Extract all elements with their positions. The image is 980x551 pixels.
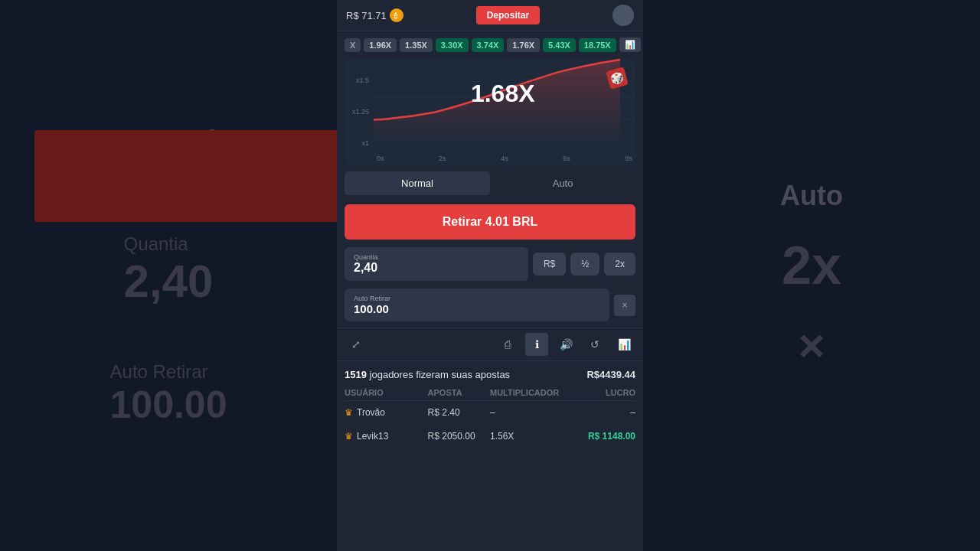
- crown-icon-1: ♛: [345, 407, 353, 418]
- players-total: R$4439.44: [586, 369, 635, 380]
- x-label-8: 8s: [625, 155, 632, 162]
- x-label-0: 0s: [377, 155, 384, 162]
- chips-row: X 1.96X 1.35X 3.30X 3.74X 1.76X 5.43X 18…: [337, 31, 643, 58]
- y-label-2: x1.25: [346, 108, 372, 116]
- mult-1: –: [490, 407, 573, 418]
- player-1: Trovão: [357, 407, 385, 418]
- header-balance: R$ 71.71 ₿: [346, 8, 403, 22]
- bg-auto-value: 100.00: [110, 383, 227, 427]
- bg-right-x: ×: [798, 319, 825, 372]
- quantity-box: Quantia 2,40: [345, 247, 528, 281]
- x-label-4: 4s: [501, 155, 508, 162]
- quantity-row: Quantia 2,40 R$ ½ 2x: [337, 243, 643, 285]
- y-label-3: x1: [346, 139, 372, 147]
- bg-quantity-label: Quantia: [124, 233, 214, 255]
- retirar-button[interactable]: Retirar 4.01 BRL: [345, 204, 635, 240]
- col-profit: LUCRO: [573, 388, 635, 397]
- tab-normal[interactable]: Normal: [345, 171, 490, 195]
- mult-2: 1.56X: [490, 431, 573, 442]
- x-label-2: 2s: [439, 155, 446, 162]
- background-left: Normal Quantia 2,40 Auto Retirar 100.00: [0, 0, 337, 551]
- deposit-button[interactable]: Depositar: [476, 6, 540, 24]
- col-bet: APOSTA: [428, 388, 490, 397]
- qty-rs-button[interactable]: R$: [533, 253, 566, 276]
- chart-multiplier: 1.68X: [471, 80, 535, 108]
- balance-text: R$ 71.71: [346, 10, 387, 21]
- chip-6[interactable]: 5.43X: [543, 38, 576, 52]
- table-row: ♛ Levik13 R$ 2050.00 1.56X R$ 1148.00: [345, 425, 635, 448]
- chart-x-labels: 0s 2s 4s 6s 8s: [374, 155, 635, 162]
- history-button[interactable]: ↺: [583, 333, 606, 356]
- quantity-label: Quantia: [354, 253, 519, 261]
- col-user: USUÁRIO: [345, 388, 428, 397]
- chip-7[interactable]: 18.75X: [579, 38, 616, 52]
- count-word: jogadores: [370, 369, 413, 380]
- auto-retirar-box: Auto Retirar 100.00: [345, 289, 609, 321]
- bet-1: R$ 2.40: [428, 407, 490, 418]
- bg-auto-label: Auto Retirar: [110, 361, 227, 383]
- y-label-1: x1.5: [346, 77, 372, 84]
- bg-right-2x: 2x: [782, 235, 841, 296]
- table-row: ♛ Trovão R$ 2.40 – –: [345, 401, 635, 425]
- quantity-value: 2,40: [354, 261, 519, 275]
- qty-double-button[interactable]: 2x: [604, 253, 635, 276]
- col-multiplier: MULTIPLICADOR: [490, 388, 573, 397]
- players-count: 1519 jogadores fizeram suas apostas: [345, 369, 510, 380]
- player-name-2: ♛ Levik13: [345, 431, 428, 442]
- main-panel: R$ 71.71 ₿ Depositar X 1.96X 1.35X 3.30X…: [337, 0, 643, 551]
- auto-retirar-value: 100.00: [354, 302, 600, 315]
- chart-icon[interactable]: 📊: [619, 37, 641, 52]
- action-text: fizeram suas apostas: [416, 369, 510, 380]
- actions-row: ⤢ ⎙ ℹ 🔊 ↺ 📊: [337, 328, 643, 361]
- profit-2: R$ 1148.00: [573, 431, 635, 442]
- player-name-1: ♛ Trovão: [345, 407, 428, 418]
- chip-5[interactable]: 1.76X: [507, 38, 540, 52]
- x-label-6: 6s: [563, 155, 570, 162]
- sound-button[interactable]: 🔊: [554, 333, 577, 356]
- close-auto-button[interactable]: ×: [614, 295, 635, 316]
- background-right: Auto 2x ×: [643, 0, 980, 551]
- chip-2[interactable]: 1.35X: [400, 38, 433, 52]
- auto-retirar-row: Auto Retirar 100.00 ×: [337, 285, 643, 324]
- player-2: Levik13: [357, 431, 388, 442]
- auto-retirar-label: Auto Retirar: [354, 295, 600, 302]
- share-button[interactable]: ⎙: [496, 333, 519, 356]
- chip-1[interactable]: 1.96X: [364, 38, 397, 52]
- chart-area: x1.5 x1.25 x1 1.68X 🎲 0: [345, 58, 635, 165]
- info-button[interactable]: ℹ: [525, 333, 548, 356]
- players-section: 1519 jogadores fizeram suas apostas R$44…: [337, 361, 643, 551]
- table-header: USUÁRIO APOSTA MULTIPLICADOR LUCRO: [345, 385, 635, 401]
- crown-icon-2: ♛: [345, 431, 353, 442]
- profit-1: –: [573, 407, 635, 418]
- bet-2: R$ 2050.00: [428, 431, 490, 442]
- players-header: 1519 jogadores fizeram suas apostas R$44…: [345, 361, 635, 385]
- chip-3[interactable]: 3.30X: [436, 38, 469, 52]
- header: R$ 71.71 ₿ Depositar: [337, 0, 643, 31]
- fullscreen-button[interactable]: ⤢: [345, 333, 368, 356]
- chip-x[interactable]: X: [345, 38, 361, 52]
- qty-half-button[interactable]: ½: [570, 253, 599, 276]
- bg-quantity-value: 2,40: [124, 255, 214, 308]
- tabs: Normal Auto: [345, 171, 635, 195]
- stats-button[interactable]: 📊: [612, 333, 635, 356]
- chart-y-labels: x1.5 x1.25 x1: [345, 58, 374, 165]
- bg-right-label: Auto: [780, 180, 843, 212]
- tab-auto[interactable]: Auto: [490, 171, 635, 195]
- avatar: [612, 5, 634, 26]
- chip-4[interactable]: 3.74X: [472, 38, 505, 52]
- coin-icon: ₿: [390, 8, 403, 22]
- count-number: 1519: [345, 369, 367, 380]
